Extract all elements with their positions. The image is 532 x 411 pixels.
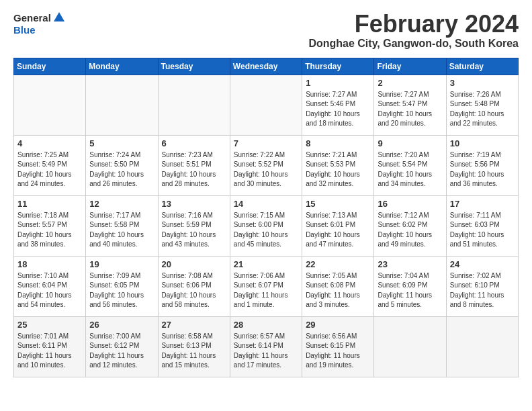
calendar-header-row: SundayMondayTuesdayWednesdayThursdayFrid… xyxy=(14,58,519,75)
logo-icon xyxy=(52,11,66,24)
calendar-day-cell: 21Sunrise: 7:06 AMSunset: 6:07 PMDayligh… xyxy=(230,256,302,316)
calendar-day-cell: 11Sunrise: 7:18 AMSunset: 5:57 PMDayligh… xyxy=(14,195,86,256)
day-number: 18 xyxy=(17,259,82,269)
calendar-day-cell: 7Sunrise: 7:22 AMSunset: 5:52 PMDaylight… xyxy=(230,135,302,195)
day-number: 4 xyxy=(17,138,82,148)
day-info: Sunrise: 6:56 AMSunset: 6:15 PMDaylight:… xyxy=(306,332,370,371)
day-number: 15 xyxy=(306,199,370,209)
calendar-day-cell: 22Sunrise: 7:05 AMSunset: 6:08 PMDayligh… xyxy=(302,256,374,316)
day-info: Sunrise: 7:19 AMSunset: 5:56 PMDaylight:… xyxy=(450,150,515,189)
calendar-header-cell: Friday xyxy=(374,58,446,75)
day-info: Sunrise: 7:00 AMSunset: 6:12 PMDaylight:… xyxy=(89,332,154,371)
svg-marker-0 xyxy=(54,12,64,21)
calendar-day-cell: 24Sunrise: 7:02 AMSunset: 6:10 PMDayligh… xyxy=(446,256,518,316)
day-info: Sunrise: 7:02 AMSunset: 6:10 PMDaylight:… xyxy=(450,271,515,310)
day-info: Sunrise: 7:01 AMSunset: 6:11 PMDaylight:… xyxy=(17,332,82,371)
calendar-header-cell: Saturday xyxy=(446,58,518,75)
day-info: Sunrise: 7:20 AMSunset: 5:54 PMDaylight:… xyxy=(378,150,442,189)
calendar-day-cell: 20Sunrise: 7:08 AMSunset: 6:06 PMDayligh… xyxy=(158,256,230,316)
calendar-day-cell: 25Sunrise: 7:01 AMSunset: 6:11 PMDayligh… xyxy=(14,316,86,377)
day-info: Sunrise: 7:22 AMSunset: 5:52 PMDaylight:… xyxy=(234,150,298,189)
calendar-day-cell: 12Sunrise: 7:17 AMSunset: 5:58 PMDayligh… xyxy=(86,195,158,256)
day-info: Sunrise: 7:12 AMSunset: 6:02 PMDaylight:… xyxy=(378,211,442,250)
day-info: Sunrise: 7:27 AMSunset: 5:47 PMDaylight:… xyxy=(378,90,442,129)
calendar-header-cell: Tuesday xyxy=(158,58,230,75)
day-number: 6 xyxy=(162,138,226,148)
calendar-day-cell: 13Sunrise: 7:16 AMSunset: 5:59 PMDayligh… xyxy=(158,195,230,256)
day-info: Sunrise: 7:25 AMSunset: 5:49 PMDaylight:… xyxy=(17,150,82,189)
day-info: Sunrise: 7:05 AMSunset: 6:08 PMDaylight:… xyxy=(306,271,370,310)
calendar-day-cell xyxy=(446,316,518,377)
logo: General Blue xyxy=(13,11,66,36)
calendar-day-cell: 9Sunrise: 7:20 AMSunset: 5:54 PMDaylight… xyxy=(374,135,446,195)
calendar-day-cell: 6Sunrise: 7:23 AMSunset: 5:51 PMDaylight… xyxy=(158,135,230,195)
day-info: Sunrise: 7:13 AMSunset: 6:01 PMDaylight:… xyxy=(306,211,370,250)
calendar-day-cell xyxy=(86,75,158,135)
day-number: 20 xyxy=(162,259,226,269)
calendar-day-cell: 26Sunrise: 7:00 AMSunset: 6:12 PMDayligh… xyxy=(86,316,158,377)
day-number: 26 xyxy=(89,320,154,330)
calendar-day-cell: 2Sunrise: 7:27 AMSunset: 5:47 PMDaylight… xyxy=(374,75,446,135)
day-info: Sunrise: 7:04 AMSunset: 6:09 PMDaylight:… xyxy=(378,271,442,310)
day-info: Sunrise: 7:24 AMSunset: 5:50 PMDaylight:… xyxy=(89,150,154,189)
day-number: 24 xyxy=(450,259,515,269)
day-number: 5 xyxy=(89,138,154,148)
calendar-day-cell: 16Sunrise: 7:12 AMSunset: 6:02 PMDayligh… xyxy=(374,195,446,256)
day-info: Sunrise: 7:18 AMSunset: 5:57 PMDaylight:… xyxy=(17,211,82,250)
day-info: Sunrise: 7:26 AMSunset: 5:48 PMDaylight:… xyxy=(450,90,515,129)
calendar-day-cell: 28Sunrise: 6:57 AMSunset: 6:14 PMDayligh… xyxy=(230,316,302,377)
logo-blue: Blue xyxy=(13,24,66,36)
day-info: Sunrise: 7:23 AMSunset: 5:51 PMDaylight:… xyxy=(162,150,226,189)
day-info: Sunrise: 6:57 AMSunset: 6:14 PMDaylight:… xyxy=(234,332,298,371)
calendar-day-cell: 27Sunrise: 6:58 AMSunset: 6:13 PMDayligh… xyxy=(158,316,230,377)
day-info: Sunrise: 7:17 AMSunset: 5:58 PMDaylight:… xyxy=(89,211,154,250)
day-info: Sunrise: 7:09 AMSunset: 6:05 PMDaylight:… xyxy=(89,271,154,310)
day-number: 7 xyxy=(234,138,298,148)
day-number: 23 xyxy=(378,259,442,269)
day-info: Sunrise: 7:27 AMSunset: 5:46 PMDaylight:… xyxy=(306,90,370,129)
logo-general: General xyxy=(13,12,51,24)
calendar-table: SundayMondayTuesdayWednesdayThursdayFrid… xyxy=(13,58,519,377)
day-number: 12 xyxy=(89,199,154,209)
day-number: 2 xyxy=(378,78,442,88)
calendar-day-cell: 3Sunrise: 7:26 AMSunset: 5:48 PMDaylight… xyxy=(446,75,518,135)
calendar-day-cell: 23Sunrise: 7:04 AMSunset: 6:09 PMDayligh… xyxy=(374,256,446,316)
calendar-header-cell: Wednesday xyxy=(230,58,302,75)
day-info: Sunrise: 7:16 AMSunset: 5:59 PMDaylight:… xyxy=(162,211,226,250)
calendar-day-cell xyxy=(14,75,86,135)
day-number: 19 xyxy=(89,259,154,269)
day-info: Sunrise: 7:21 AMSunset: 5:53 PMDaylight:… xyxy=(306,150,370,189)
calendar-day-cell: 18Sunrise: 7:10 AMSunset: 6:04 PMDayligh… xyxy=(14,256,86,316)
calendar-day-cell xyxy=(230,75,302,135)
calendar-day-cell xyxy=(374,316,446,377)
day-info: Sunrise: 7:11 AMSunset: 6:03 PMDaylight:… xyxy=(450,211,515,250)
calendar-header-cell: Sunday xyxy=(14,58,86,75)
day-number: 21 xyxy=(234,259,298,269)
calendar-day-cell: 14Sunrise: 7:15 AMSunset: 6:00 PMDayligh… xyxy=(230,195,302,256)
calendar-day-cell: 5Sunrise: 7:24 AMSunset: 5:50 PMDaylight… xyxy=(86,135,158,195)
day-info: Sunrise: 7:06 AMSunset: 6:07 PMDaylight:… xyxy=(234,271,298,310)
calendar-week-row: 1Sunrise: 7:27 AMSunset: 5:46 PMDaylight… xyxy=(14,75,519,135)
calendar-day-cell: 29Sunrise: 6:56 AMSunset: 6:15 PMDayligh… xyxy=(302,316,374,377)
calendar-header-cell: Monday xyxy=(86,58,158,75)
calendar-week-row: 11Sunrise: 7:18 AMSunset: 5:57 PMDayligh… xyxy=(14,195,519,256)
day-number: 28 xyxy=(234,320,298,330)
day-number: 10 xyxy=(450,138,515,148)
day-number: 1 xyxy=(306,78,370,88)
day-number: 3 xyxy=(450,78,515,88)
day-number: 14 xyxy=(234,199,298,209)
calendar-day-cell: 1Sunrise: 7:27 AMSunset: 5:46 PMDaylight… xyxy=(302,75,374,135)
day-number: 29 xyxy=(306,320,370,330)
calendar-body: 1Sunrise: 7:27 AMSunset: 5:46 PMDaylight… xyxy=(14,75,519,377)
calendar-day-cell: 4Sunrise: 7:25 AMSunset: 5:49 PMDaylight… xyxy=(14,135,86,195)
day-number: 9 xyxy=(378,138,442,148)
day-info: Sunrise: 7:08 AMSunset: 6:06 PMDaylight:… xyxy=(162,271,226,310)
calendar-week-row: 18Sunrise: 7:10 AMSunset: 6:04 PMDayligh… xyxy=(14,256,519,316)
month-title: February 2024 xyxy=(308,11,519,38)
day-number: 16 xyxy=(378,199,442,209)
day-number: 27 xyxy=(162,320,226,330)
day-number: 11 xyxy=(17,199,82,209)
day-number: 22 xyxy=(306,259,370,269)
calendar-day-cell: 19Sunrise: 7:09 AMSunset: 6:05 PMDayligh… xyxy=(86,256,158,316)
calendar-week-row: 4Sunrise: 7:25 AMSunset: 5:49 PMDaylight… xyxy=(14,135,519,195)
